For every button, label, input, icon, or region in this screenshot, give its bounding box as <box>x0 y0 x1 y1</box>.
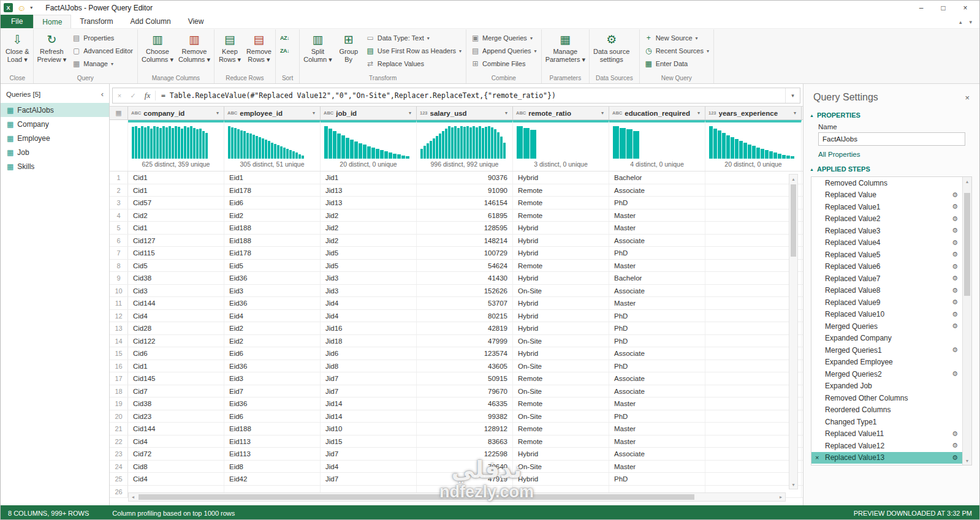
grid-cell[interactable]: Hybrid <box>513 247 609 259</box>
grid-cell[interactable]: Jid4 <box>321 297 417 309</box>
grid-cell[interactable]: On-Site <box>513 360 609 372</box>
query-item-company[interactable]: ▦Company <box>1 117 109 131</box>
grid-cell[interactable]: On-Site <box>513 410 609 423</box>
grid-cell[interactable]: Cid1 <box>128 171 224 184</box>
ribbon-button[interactable]: ZA↓ <box>277 45 292 57</box>
grid-cell[interactable]: Associate <box>609 372 705 385</box>
grid-cell[interactable]: PhD <box>609 322 705 334</box>
grid-cell[interactable]: Bachelor <box>609 272 705 284</box>
close-button[interactable]: × <box>954 1 976 15</box>
grid-cell[interactable]: 128912 <box>417 423 513 435</box>
grid-cell[interactable]: Eid1 <box>224 171 321 184</box>
grid-cell[interactable]: Cid1 <box>128 184 224 197</box>
column-header-years_experience[interactable]: 123years_experience▾ <box>705 107 802 119</box>
grid-cell[interactable]: Eid113 <box>224 435 321 448</box>
grid-cell[interactable]: Master <box>609 209 705 222</box>
grid-cell[interactable]: Cid23 <box>128 410 224 423</box>
grid-cell[interactable] <box>705 310 802 322</box>
grid-cell[interactable]: Eid36 <box>224 360 321 372</box>
tab-transform[interactable]: Transform <box>71 15 121 28</box>
grid-cell[interactable]: Cid4 <box>128 435 224 448</box>
grid-cell[interactable]: Remote <box>513 423 609 435</box>
scroll-down-icon[interactable]: ▾ <box>789 480 797 489</box>
filter-dropdown-icon[interactable]: ▾ <box>696 110 702 116</box>
close-settings-icon[interactable]: × <box>965 93 970 102</box>
grid-cell[interactable]: Eid2 <box>224 335 321 347</box>
grid-cell[interactable]: Eid188 <box>224 423 321 435</box>
query-item-factaljobs[interactable]: ▦FactAlJobs <box>1 103 109 117</box>
grid-cell[interactable]: Eid188 <box>224 222 321 234</box>
grid-cell[interactable]: 61895 <box>417 209 513 222</box>
ribbon-button[interactable]: ▭Data Type: Text▾ <box>363 32 465 44</box>
grid-cell[interactable]: Cid144 <box>128 297 224 309</box>
grid-cell[interactable]: Jid7 <box>321 385 417 398</box>
grid-cell[interactable] <box>705 272 802 284</box>
grid-cell[interactable]: Eid8 <box>224 461 321 473</box>
cancel-formula-icon[interactable]: × <box>113 92 126 99</box>
grid-cell[interactable] <box>705 171 802 184</box>
grid-cell[interactable]: Associate <box>609 347 705 360</box>
properties-section-header[interactable]: ▲ PROPERTIES <box>803 108 979 121</box>
grid-cell[interactable]: PhD <box>609 473 705 485</box>
grid-cell[interactable] <box>705 347 802 360</box>
smiley-toolbar-icon[interactable]: ☺ <box>17 4 26 12</box>
grid-cell[interactable]: Hybrid <box>513 222 609 234</box>
applied-step[interactable]: ×Replaced Value13⚙ <box>811 452 971 464</box>
grid-cell[interactable]: Jid1 <box>321 171 417 184</box>
grid-cell[interactable]: 122598 <box>417 448 513 460</box>
column-header-salary_usd[interactable]: 123salary_usd▾ <box>417 107 513 119</box>
grid-cell[interactable] <box>705 184 802 197</box>
grid-cell[interactable]: Eid6 <box>224 347 321 360</box>
applied-step[interactable]: ×Removed Columns <box>811 177 971 189</box>
grid-cell[interactable]: PhD <box>609 247 705 259</box>
grid-cell[interactable]: Bachelor <box>609 171 705 184</box>
applied-step[interactable]: ×Merged Queries⚙ <box>811 320 971 333</box>
quick-access-caret-icon[interactable]: ▾ <box>30 5 32 10</box>
ribbon-button[interactable]: ▤Properties <box>69 32 136 44</box>
applied-step[interactable]: ×Replaced Value3⚙ <box>811 225 971 237</box>
grid-cell[interactable]: Master <box>609 461 705 473</box>
grid-cell[interactable]: Cid122 <box>128 335 224 347</box>
grid-cell[interactable]: Remote <box>513 260 609 272</box>
grid-cell[interactable]: Jid18 <box>321 335 417 347</box>
column-header-remote_ratio[interactable]: ABCremote_ratio▾ <box>513 107 609 119</box>
grid-cell[interactable]: Eid188 <box>224 235 321 247</box>
grid-cell[interactable] <box>705 260 802 272</box>
grid-cell[interactable]: Associate <box>609 235 705 247</box>
grid-cell[interactable]: Eid3 <box>224 372 321 385</box>
commit-formula-icon[interactable]: ✓ <box>126 92 140 100</box>
step-settings-gear-icon[interactable]: ⚙ <box>952 430 958 438</box>
applied-step[interactable]: ×Replaced Value1⚙ <box>811 201 971 213</box>
applied-step[interactable]: ×Replaced Value⚙ <box>811 189 971 202</box>
step-settings-gear-icon[interactable]: ⚙ <box>952 454 958 462</box>
applied-step[interactable]: ×Replaced Value2⚙ <box>811 213 971 225</box>
grid-cell[interactable]: Cid4 <box>128 310 224 322</box>
applied-step[interactable]: ×Merged Queries1⚙ <box>811 344 971 356</box>
grid-cell[interactable]: Hybrid <box>513 272 609 284</box>
applied-step[interactable]: ×Replaced Value12⚙ <box>811 440 971 452</box>
grid-cell[interactable]: 47919 <box>417 473 513 485</box>
grid-cell[interactable]: Eid36 <box>224 398 321 410</box>
ribbon-button[interactable]: ▥Split Column ▾ <box>301 30 334 70</box>
ribbon-button[interactable]: ▥Choose Columns ▾ <box>139 30 176 70</box>
horizontal-scroll-thumb[interactable] <box>139 494 694 500</box>
ribbon-button[interactable]: ⊞Group By <box>335 30 363 70</box>
step-settings-gear-icon[interactable]: ⚙ <box>952 311 958 318</box>
tab-home[interactable]: Home <box>33 15 71 28</box>
query-item-employee[interactable]: ▦Employee <box>1 131 109 145</box>
grid-cell[interactable] <box>705 473 802 485</box>
grid-cell[interactable]: 146154 <box>417 197 513 209</box>
grid-cell[interactable]: Jid8 <box>321 360 417 372</box>
grid-cell[interactable]: Master <box>609 260 705 272</box>
ribbon-button[interactable]: +New Source▾ <box>641 32 712 44</box>
grid-cell[interactable]: Hybrid <box>513 310 609 322</box>
grid-cell[interactable]: Hybrid <box>513 473 609 485</box>
column-header-company_id[interactable]: ABCcompany_id▾ <box>128 107 224 119</box>
ribbon-button[interactable]: ▤Remove Rows ▾ <box>244 30 274 70</box>
applied-step[interactable]: ×Reordered Columns <box>811 404 971 416</box>
grid-cell[interactable] <box>705 372 802 385</box>
grid-cell[interactable] <box>705 285 802 297</box>
grid-cell[interactable]: On-Site <box>513 461 609 473</box>
grid-cell[interactable]: Cid72 <box>128 448 224 460</box>
select-all-corner[interactable]: ▦ <box>110 107 128 119</box>
